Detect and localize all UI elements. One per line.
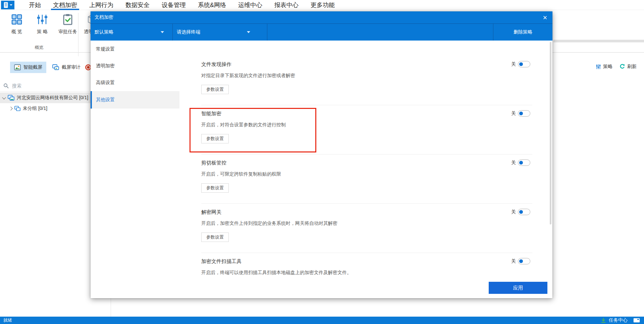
ribbon-button-label: 概 览 xyxy=(11,29,22,35)
policy-select[interactable]: 默认策略 xyxy=(91,24,173,41)
toggle-smart-encryption[interactable]: 关 xyxy=(511,110,530,117)
sliders-icon xyxy=(596,64,601,69)
ribbon-group-divider xyxy=(78,13,78,56)
section-clipboard-control: 剪切板管控 开启后，可限定跨软件复制粘贴的权限 参数设置 关 xyxy=(179,155,552,204)
company-group-icon xyxy=(8,95,14,101)
menu-item-doc-encryption[interactable]: 文档加密 xyxy=(53,0,77,10)
section-title: 文件发现操作 xyxy=(201,61,231,68)
section-description: 开启后，加密文件上传到指定的业务系统时，网关将自动对其解密 xyxy=(201,220,337,226)
section-divider xyxy=(201,203,532,204)
toggle-switch[interactable] xyxy=(518,110,530,117)
menu-item-web-behavior[interactable]: 上网行为 xyxy=(89,0,113,10)
task-center-button[interactable]: 任务中心 xyxy=(609,317,628,323)
nav-item-advanced-settings[interactable]: 高级设置 xyxy=(91,74,179,91)
chevron-right-icon[interactable] xyxy=(9,107,12,110)
toggle-switch[interactable] xyxy=(518,258,530,264)
toggle-state-label: 关 xyxy=(511,258,516,264)
ribbon-button-approval-tasks[interactable]: 审批任务 xyxy=(55,12,80,35)
param-settings-button[interactable]: 参数设置 xyxy=(201,183,229,193)
section-smart-encryption: 智能加密 开启后，对符合设置参数的文件进行控制 参数设置 关 xyxy=(179,106,552,155)
app-menu-button[interactable] xyxy=(1,1,14,9)
toggle-clipboard-control[interactable]: 关 xyxy=(511,159,530,166)
terminal-select[interactable]: 请选择终端 xyxy=(173,24,267,41)
toggle-switch[interactable] xyxy=(518,209,530,215)
nav-item-general-settings[interactable]: 常规设置 xyxy=(91,41,179,58)
search-input[interactable] xyxy=(12,83,96,88)
menu-item-ops-center[interactable]: 运维中心 xyxy=(238,0,262,10)
status-bar: 就绪 任务中心 xyxy=(0,317,644,324)
toggle-knob xyxy=(519,210,523,214)
chevron-down-icon xyxy=(161,31,164,33)
ribbon-button-overview[interactable]: 概 览 xyxy=(4,12,30,35)
menu-item-report-center[interactable]: 报表中心 xyxy=(274,0,299,10)
param-settings-button[interactable]: 参数设置 xyxy=(201,85,229,94)
application-window: 开始 文档加密 上网行为 数据安全 设备管理 系统&网络 运维中心 报表中心 更… xyxy=(0,0,644,324)
param-settings-button[interactable]: 参数设置 xyxy=(201,134,229,143)
policy-tool-button[interactable]: 策略 xyxy=(596,64,612,70)
clipboard-check-icon xyxy=(62,13,74,25)
smart-capture-label: 智能截屏 xyxy=(23,64,42,70)
menu-item-start[interactable]: 开始 xyxy=(29,0,41,10)
nav-item-transparent-encryption[interactable]: 透明加密 xyxy=(91,58,179,74)
toggle-state-label: 关 xyxy=(511,209,516,215)
delete-policy-button[interactable]: 删除策略 xyxy=(493,24,552,41)
document-list-icon xyxy=(3,2,9,8)
refresh-button[interactable]: 刷新 xyxy=(619,64,637,70)
menu-item-more-features[interactable]: 更多功能 xyxy=(311,0,335,10)
apply-button[interactable]: 应用 xyxy=(489,282,547,294)
dialog-toolbar: 默认策略 请选择终端 删除策略 xyxy=(91,24,552,41)
param-settings-button[interactable]: 参数设置 xyxy=(201,233,229,242)
section-divider xyxy=(201,154,532,154)
toggle-switch[interactable] xyxy=(518,61,530,67)
tree-item-label: 未分组 [0/1] xyxy=(23,106,47,112)
message-window-icon[interactable] xyxy=(633,318,640,323)
toggle-state-label: 关 xyxy=(511,160,516,166)
policy-select-value: 默认策略 xyxy=(95,29,113,35)
chevron-down-icon[interactable] xyxy=(2,95,6,99)
toggle-file-discovery[interactable]: 关 xyxy=(511,61,530,67)
terminal-select-value: 请选择终端 xyxy=(177,29,200,35)
menu-item-system-network[interactable]: 系统&网络 xyxy=(198,0,226,10)
grid-overview-icon xyxy=(11,13,23,25)
download-icon xyxy=(601,318,606,323)
toggle-encrypted-file-scanner[interactable]: 关 xyxy=(511,258,530,264)
toggle-state-label: 关 xyxy=(511,111,516,117)
picture-icon xyxy=(14,64,21,70)
nav-item-other-settings[interactable]: 其他设置 xyxy=(91,91,179,109)
chevron-down-icon xyxy=(247,31,250,33)
toggle-knob xyxy=(519,62,523,66)
chevron-down-icon xyxy=(10,4,12,6)
capture-audit-button[interactable]: 截屏审计 xyxy=(50,63,83,72)
search-icon xyxy=(3,83,9,88)
scrollbar-thumb[interactable] xyxy=(550,42,551,224)
smart-capture-button[interactable]: 智能截屏 xyxy=(10,62,46,73)
toggle-knob xyxy=(519,161,523,165)
section-divider xyxy=(201,105,532,105)
dialog-title-bar: 文档加密 × xyxy=(91,11,552,24)
section-description: 开启后，可限定跨软件复制粘贴的权限 xyxy=(201,171,281,177)
section-title: 解密网关 xyxy=(201,209,221,215)
ribbon-group-label: 概览 xyxy=(0,45,78,51)
menu-item-data-security[interactable]: 数据安全 xyxy=(125,0,150,10)
screens-icon xyxy=(52,64,59,70)
menu-items: 开始 文档加密 上网行为 数据安全 设备管理 系统&网络 运维中心 报表中心 更… xyxy=(29,0,347,10)
refresh-icon xyxy=(619,64,625,70)
ribbon-button-label: 策 略 xyxy=(37,29,48,35)
toggle-switch[interactable] xyxy=(518,159,530,166)
ribbon-button-label: 审批任务 xyxy=(58,29,77,35)
top-menu-bar: 开始 文档加密 上网行为 数据安全 设备管理 系统&网络 运维中心 报表中心 更… xyxy=(0,0,644,10)
ribbon-button-policy[interactable]: 策 略 xyxy=(30,12,55,35)
section-decryption-gateway: 解密网关 开启后，加密文件上传到指定的业务系统时，网关将自动对其解密 参数设置 … xyxy=(179,204,552,254)
menu-item-device-management[interactable]: 设备管理 xyxy=(162,0,186,10)
policy-tool-label: 策略 xyxy=(603,64,612,70)
toggle-decryption-gateway[interactable]: 关 xyxy=(511,209,530,215)
document-encryption-dialog: 文档加密 × 默认策略 请选择终端 删除策略 常规设置 透明加密 高级设置 其他… xyxy=(91,11,552,298)
dialog-nav: 常规设置 透明加密 高级设置 其他设置 xyxy=(91,41,179,298)
section-file-discovery: 文件发现操作 对指定目录下新发现的文件进行加密或者解密 参数设置 关 xyxy=(179,57,552,106)
section-description: 开启后，终端可以使用扫描工具扫描本地磁盘上的加密文件及解密文件。 xyxy=(201,270,352,276)
toggle-state-label: 关 xyxy=(511,61,516,67)
toggle-knob xyxy=(519,112,523,115)
close-icon[interactable]: × xyxy=(538,11,552,24)
group-icon xyxy=(14,106,20,111)
ribbon-edge-band xyxy=(553,40,644,42)
